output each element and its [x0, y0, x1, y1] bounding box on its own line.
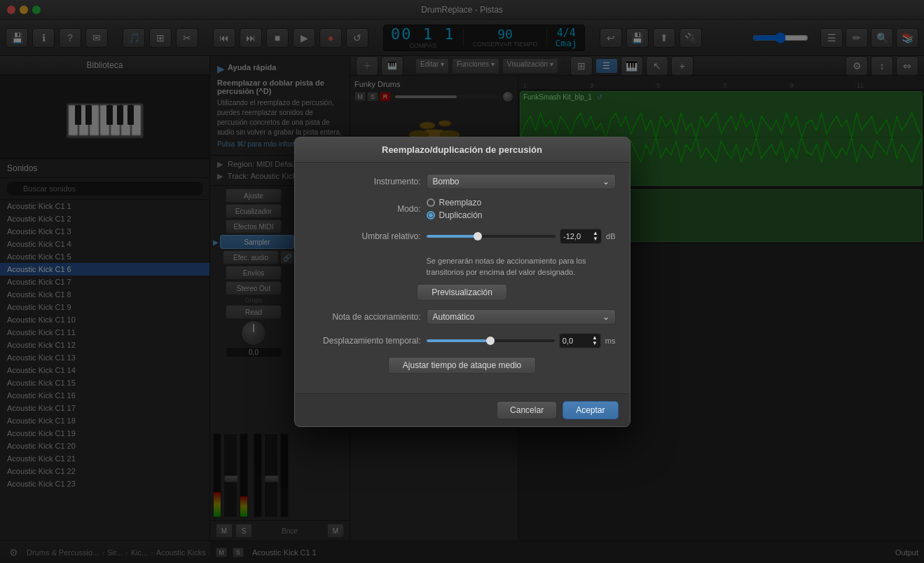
nota-chevron-icon: ⌄ — [602, 312, 609, 322]
modal-description: Se generarán notas de accionamiento para… — [309, 252, 616, 284]
modal-titlebar: Reemplazo/duplicación de percusión — [295, 137, 630, 163]
nota-label: Nota de accionamiento: — [309, 312, 421, 322]
umbral-slider[interactable] — [427, 235, 556, 238]
reemplazo-radio[interactable]: Reemplazo — [427, 198, 616, 208]
desp-slider-row: 0,0 ▲ ▼ ms — [427, 333, 616, 348]
desp-fill — [427, 339, 491, 342]
modal-body: Instrumento: Bombo ⌄ Modo: Reemplazo Dup — [295, 163, 630, 393]
instrumento-label: Instrumento: — [309, 177, 421, 186]
desp-unit: ms — [605, 337, 616, 345]
preview-button[interactable]: Previsualización — [417, 284, 507, 301]
umbral-label: Umbral relativo: — [309, 231, 421, 241]
modo-radio-group: Reemplazo Duplicación — [427, 198, 616, 220]
nota-row: Nota de accionamiento: Automático ⌄ — [309, 309, 616, 325]
cancel-button[interactable]: Cancelar — [497, 401, 557, 419]
desp-slider[interactable] — [427, 339, 555, 342]
umbral-arrows[interactable]: ▲ ▼ — [593, 231, 598, 242]
reemplazo-radio-circle — [427, 198, 435, 207]
ajustar-container: Ajustar tiempo de ataque medio — [309, 357, 616, 374]
desp-thumb[interactable] — [486, 337, 495, 345]
ajustar-button[interactable]: Ajustar tiempo de ataque medio — [388, 357, 536, 374]
drum-replace-modal: Reemplazo/duplicación de percusión Instr… — [294, 137, 630, 427]
duplicacion-radio[interactable]: Duplicación — [427, 210, 616, 220]
modal-overlay: Reemplazo/duplicación de percusión Instr… — [0, 0, 924, 563]
nota-select[interactable]: Automático ⌄ — [427, 309, 616, 325]
instrumento-select[interactable]: Bombo ⌄ — [427, 174, 616, 189]
chevron-down-icon: ⌄ — [602, 177, 609, 186]
modo-label: Modo: — [309, 204, 421, 214]
umbral-row: Umbral relativo: -12,0 ▲ ▼ dB — [309, 229, 616, 244]
desp-value-box: 0,0 ▲ ▼ — [559, 333, 601, 348]
umbral-slider-row: -12,0 ▲ ▼ dB — [427, 229, 616, 244]
umbral-fill — [427, 235, 478, 238]
umbral-value-box: -12,0 ▲ ▼ — [560, 229, 602, 244]
modal-footer: Cancelar Aceptar — [295, 393, 630, 426]
desp-row: Desplazamiento temporal: 0,0 ▲ ▼ ms — [309, 333, 616, 348]
instrumento-row: Instrumento: Bombo ⌄ — [309, 174, 616, 189]
umbral-thumb[interactable] — [474, 232, 482, 240]
desp-arrows[interactable]: ▲ ▼ — [592, 335, 598, 346]
accept-button[interactable]: Aceptar — [563, 401, 618, 419]
modo-row: Modo: Reemplazo Duplicación — [309, 198, 616, 220]
desp-label: Desplazamiento temporal: — [309, 336, 421, 346]
duplicacion-radio-circle — [427, 211, 435, 219]
preview-container: Previsualización — [309, 284, 616, 301]
umbral-unit: dB — [606, 232, 615, 240]
